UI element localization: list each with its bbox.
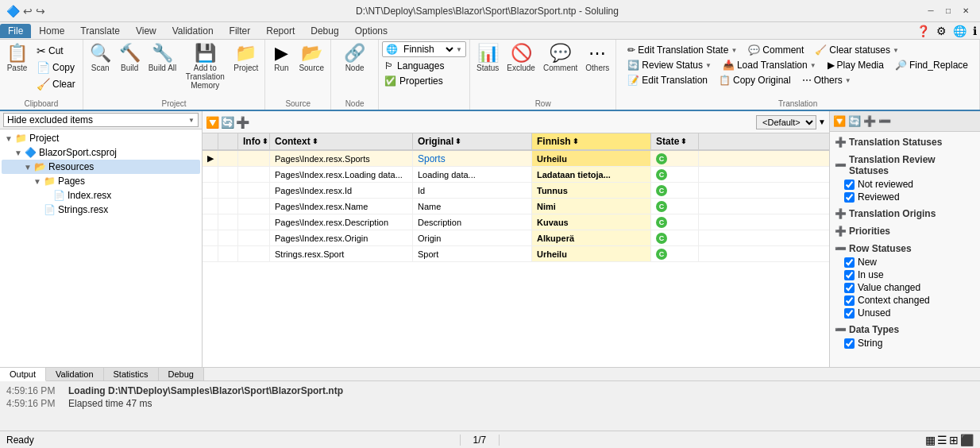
col-header-check[interactable] [203,133,218,149]
add-translation-memory-button[interactable]: 💾 Add to Translation Memory [181,43,229,91]
settings-icon[interactable]: ⚙ [933,25,950,37]
filter-item-value-changed[interactable]: Value changed [843,281,977,294]
tree-item-csproj[interactable]: ▼ 🔷 BlazorSport.csproj [2,145,200,160]
check-string[interactable] [844,338,855,349]
check-not-reviewed[interactable] [844,180,855,190]
review-status-button[interactable]: 🔄 Review Status ▼ [623,58,716,72]
tree-item-pages[interactable]: ▼ 📁 Pages [2,174,200,188]
tab-validation[interactable]: Validation [46,368,104,380]
menu-validation[interactable]: Validation [164,24,222,38]
language-dropdown[interactable]: 🌐 Finnish ▼ [382,41,466,57]
table-row[interactable]: Pages\Index.resx.Description Description… [203,214,829,230]
others-button[interactable]: ⋯ Others [582,43,612,74]
add-icon-grid[interactable]: ➕ [236,116,249,129]
undo-icon[interactable]: ↩ [23,5,33,17]
clear-button[interactable]: 🧹 Clear [33,76,79,92]
table-row[interactable]: Pages\Index.resx.Id Id Tunnus C [203,183,829,199]
help-icon[interactable]: ❓ [913,25,933,37]
edit-translation-state-button[interactable]: ✏ Edit Translation State ▼ [623,43,741,57]
filter-item-string[interactable]: String [843,337,977,350]
copy-original-button[interactable]: 📋 Copy Original [715,73,795,87]
tree-item-index-resx[interactable]: 📄 Index.resx [2,188,200,203]
filter-icon-right[interactable]: 🔽 [833,115,846,127]
run-button[interactable]: ▶ Run [268,43,294,74]
col-header-context[interactable]: Context ⬍ [270,133,413,149]
comment-button-trans[interactable]: 💬 Comment [744,43,808,57]
filter-item-unused[interactable]: Unused [843,307,977,319]
find-replace-button[interactable]: 🔎 Find_Replace [891,58,972,72]
exclude-button[interactable]: 🚫 Exclude [504,43,538,74]
check-unused[interactable] [844,308,855,319]
others-trans-button[interactable]: ⋯ Others ▼ [798,73,855,87]
build-button[interactable]: 🔨 Build [116,43,144,74]
language-select[interactable]: Finnish [400,43,456,56]
check-new[interactable] [844,257,855,268]
status-button[interactable]: 📊 Status [473,43,502,74]
remove-icon-right[interactable]: ➖ [878,115,891,127]
zoom-icon[interactable]: ⬛ [960,434,974,446]
redo-icon[interactable]: ↪ [36,5,45,17]
tree-item-strings-resx[interactable]: 📄 Strings.resx [2,203,200,217]
edit-translation-button[interactable]: 📝 Edit Translation [623,73,712,87]
menu-options[interactable]: Options [347,24,395,38]
table-row[interactable]: Pages\Index.resx.Name Name Nimi C [203,199,829,214]
table-row[interactable]: ▶ Pages\Index.resx.Sports Sports Urheilu… [203,151,829,167]
build-all-button[interactable]: 🔧 Build All [145,43,180,74]
grid-view-icon[interactable]: ▦ [925,434,936,446]
check-in-use[interactable] [844,270,855,280]
check-value-changed[interactable] [844,283,855,293]
detail-view-icon[interactable]: ⊞ [949,434,959,446]
col-header-state[interactable]: State ⬍ [651,133,699,149]
check-reviewed[interactable] [844,192,855,203]
tree-item-project[interactable]: ▼ 📁 Project [2,131,200,145]
load-translation-button[interactable]: 📥 Load Translation ▼ [719,58,820,72]
info-icon[interactable]: ℹ [970,25,980,37]
col-header-finnish[interactable]: Finnish ⬍ [532,133,651,149]
menu-home[interactable]: Home [31,24,72,38]
refresh-icon-grid[interactable]: 🔄 [221,116,234,129]
properties-button[interactable]: ✅ Properties [382,75,466,87]
view-select[interactable]: <Default> [756,115,816,129]
filter-section-header-data-types[interactable]: ➖ Data Types [833,322,977,337]
source-button[interactable]: 📂 Source [295,43,327,74]
filter-section-header-translation-statuses[interactable]: ➕ Translation Statuses [833,135,977,149]
refresh-icon-right[interactable]: 🔄 [848,115,861,127]
col-header-original[interactable]: Original ⬍ [413,133,532,149]
maximize-button[interactable]: □ [940,5,956,17]
menu-file[interactable]: File [0,24,31,38]
filter-icon-grid[interactable]: 🔽 [206,116,219,129]
project-button[interactable]: 📁 Project [230,43,261,74]
col-header-info[interactable]: Info ⬍ [238,133,270,149]
paste-button[interactable]: 📋 Paste [3,43,31,74]
menu-filter[interactable]: Filter [222,24,259,38]
scan-button[interactable]: 🔍 Scan [87,43,114,74]
filter-item-in-use[interactable]: In use [843,268,977,281]
filter-item-context-changed[interactable]: Context changed [843,294,977,307]
node-button[interactable]: 🔗 Node [341,43,368,74]
sidebar-filter-dropdown[interactable]: Hide excluded items ▼ [3,113,199,127]
play-media-button[interactable]: ▶ Play Media [824,58,888,72]
menu-translate[interactable]: Translate [72,24,128,38]
close-button[interactable]: ✕ [958,5,974,17]
minimize-button[interactable]: ─ [923,5,939,17]
filter-section-header-origins[interactable]: ➕ Translation Origins [833,207,977,221]
table-row[interactable]: Strings.resx.Sport Sport Urheilu C [203,246,829,262]
filter-section-header-priorities[interactable]: ➕ Priorities [833,224,977,238]
filter-section-header-review-statuses[interactable]: ➖ Translation Review Statuses [833,153,977,178]
copy-button[interactable]: 📄 Copy [33,60,79,75]
table-row[interactable]: Pages\Index.resx.Origin Origin Alkuperä … [203,230,829,246]
comment-button-row[interactable]: 💬 Comment [540,43,581,74]
cut-button[interactable]: ✂ Cut [33,43,79,59]
add-icon-right[interactable]: ➕ [863,115,876,127]
tree-item-resources[interactable]: ▼ 📂 Resources [2,160,200,174]
tab-debug[interactable]: Debug [159,368,204,380]
list-view-icon[interactable]: ☰ [937,434,947,446]
menu-report[interactable]: Report [258,24,303,38]
menu-debug[interactable]: Debug [303,24,346,38]
cell-check-1[interactable]: ▶ [203,151,218,166]
globe-icon[interactable]: 🌐 [950,25,970,37]
tab-output[interactable]: Output [0,368,46,381]
menu-view[interactable]: View [128,24,164,38]
filter-section-header-row-statuses[interactable]: ➖ Row Statuses [833,241,977,256]
tab-statistics[interactable]: Statistics [104,368,159,380]
